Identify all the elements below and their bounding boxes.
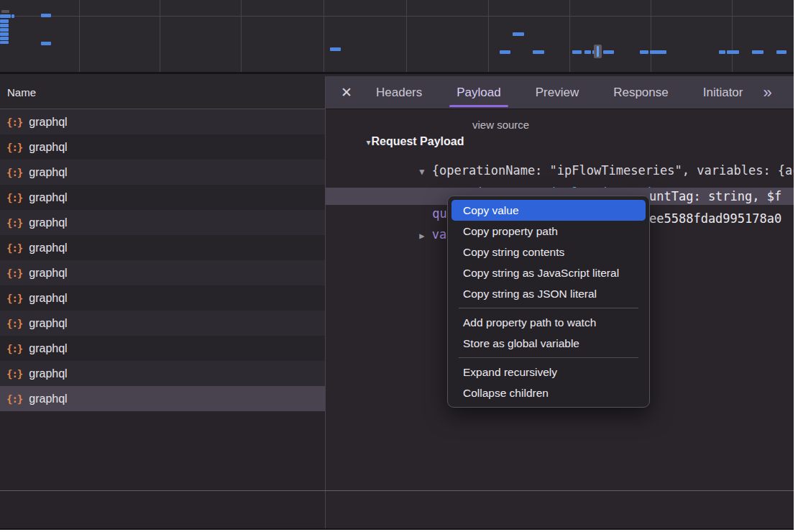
tab-preview[interactable]: Preview [518,76,596,109]
overview-request-bar [650,50,666,54]
request-name: graphql [29,292,67,305]
overview-gridline [79,0,80,72]
request-name: graphql [29,393,67,405]
network-main-area: Name {:}graphql{:}graphql{:}graphql{:}gr… [0,76,794,530]
json-file-icon: {:} [6,217,22,229]
request-name: graphql [29,166,67,179]
overview-request-bar [752,50,763,54]
overview-pending-bar [1,10,9,13]
close-icon[interactable]: ✕ [339,84,354,101]
view-source-link[interactable]: view source [472,118,529,132]
overview-request-bar [0,24,9,27]
json-file-icon: {:} [6,167,22,178]
overview-request-bar [727,50,739,54]
table-row[interactable]: {:}graphql [0,285,325,311]
menu-separator [459,308,638,308]
overview-request-bar [12,14,14,18]
menu-item-copy-string-as-json-literal[interactable]: Copy string as JSON literal [451,283,646,304]
table-row[interactable]: {:}graphql [0,185,325,210]
overview-horizontal-gridline [0,16,794,17]
overview-gridline [160,0,160,72]
tab-payload[interactable]: Payload [439,76,518,109]
request-name: graphql [29,116,67,129]
tab-initiator[interactable]: Initiator [686,76,761,109]
table-row[interactable]: {:}graphql [0,386,325,411]
request-name: graphql [29,367,67,380]
json-file-icon: {:} [6,142,22,153]
table-row[interactable]: {:}graphql [0,210,325,235]
tab-label: Preview [536,86,579,100]
query-row-right-fragment: untTag: string, $f [649,188,781,205]
table-row[interactable]: {:}graphql [0,109,325,134]
tab-label: Initiator [703,86,743,100]
overview-request-bar [330,47,341,51]
overview-request-bar [513,32,524,36]
overview-request-bar [572,50,582,54]
tab-headers[interactable]: Headers [359,76,439,109]
tab-response[interactable]: Response [596,76,686,109]
bottom-edge [0,528,794,530]
overview-gridline [651,0,651,72]
section-collapse-triangle-icon[interactable]: ▾ [366,137,370,147]
requests-list: {:}graphql{:}graphql{:}graphql{:}graphql… [0,109,325,411]
table-row[interactable]: {:}graphql [0,336,325,361]
json-file-icon: {:} [6,192,22,203]
overview-gridline [488,0,489,72]
json-file-icon: {:} [6,343,22,354]
json-file-icon: {:} [6,318,22,329]
section-title: Request Payload [371,135,464,147]
json-file-icon: {:} [6,293,22,304]
overview-request-bar [0,28,9,32]
requests-panel: Name {:}graphql{:}graphql{:}graphql{:}gr… [0,76,326,530]
tab-strip: HeadersPayloadPreviewResponseInitiator [359,76,760,109]
request-name: graphql [29,342,67,355]
menu-item-expand-recursively[interactable]: Expand recursively [451,362,646,382]
active-tab-underline [449,105,508,107]
table-row[interactable]: {:}graphql [0,160,325,185]
overview-gridline [406,0,407,72]
request-name: graphql [29,216,67,229]
menu-item-copy-string-contents[interactable]: Copy string contents [451,242,646,262]
menu-item-store-as-global-variable[interactable]: Store as global variable [451,333,646,354]
json-file-icon: {:} [6,242,22,254]
menu-item-collapse-children[interactable]: Collapse children [451,382,646,403]
table-row[interactable]: {:}graphql [0,361,325,386]
overview-request-bar [776,50,786,54]
table-row[interactable]: {:}graphql [0,134,325,160]
overview-gridline [241,0,242,72]
overview-request-bar [0,32,9,36]
details-tabbar: ✕ HeadersPayloadPreviewResponseInitiator… [326,76,794,109]
overview-gridline [732,0,733,72]
overview-request-bar [640,50,648,54]
menu-item-add-property-path-to-watch[interactable]: Add property path to watch [451,312,646,333]
menu-item-copy-value[interactable]: Copy value [451,200,646,221]
overview-gridline [569,0,570,72]
footer-separator [0,490,794,491]
collapsed-triangle-icon[interactable]: ▶ [419,231,424,241]
overview-request-bar [0,19,9,23]
tab-label: Response [613,86,669,100]
menu-item-copy-string-as-javascript-literal[interactable]: Copy string as JavaScript literal [451,262,646,283]
overview-request-bar [719,50,725,54]
network-overview[interactable] [0,0,794,74]
tab-label: Headers [376,86,422,100]
table-row[interactable]: {:}graphql [0,260,325,285]
overview-marker-line [597,46,599,57]
table-row[interactable]: {:}graphql [0,311,325,336]
more-tabs-icon[interactable]: » [763,83,771,102]
request-name: graphql [29,242,67,254]
json-file-icon: {:} [6,368,22,380]
overview-request-bar [500,50,510,54]
request-name: graphql [29,191,67,204]
devtools-window: Name {:}graphql{:}graphql{:}graphql{:}gr… [0,0,794,530]
menu-item-copy-property-path[interactable]: Copy property path [451,221,646,242]
overview-request-bar [584,50,591,54]
overview-request-bar [603,50,614,54]
name-column-header[interactable]: Name [0,76,325,109]
json-file-icon: {:} [6,267,22,279]
table-row[interactable]: {:}graphql [0,235,325,260]
overview-gridline [324,0,324,72]
menu-separator [459,357,638,358]
json-file-icon: {:} [6,116,22,128]
json-file-icon: {:} [6,393,22,405]
